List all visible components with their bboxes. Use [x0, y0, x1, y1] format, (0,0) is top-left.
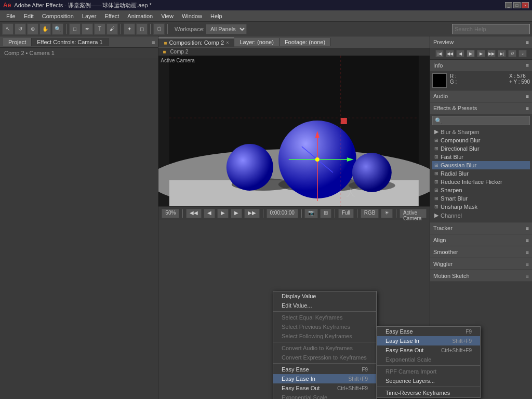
sub-sequence-layers[interactable]: Sequence Layers...: [377, 376, 480, 385]
prev-audio[interactable]: ♪: [518, 50, 527, 57]
menu-view[interactable]: View: [157, 12, 178, 20]
menu-animation[interactable]: Animation: [123, 12, 157, 20]
prev-step-fwd[interactable]: ▶: [477, 50, 485, 57]
prev-last[interactable]: ▶|: [498, 50, 506, 57]
smoother-menu[interactable]: ≡: [526, 249, 529, 255]
menu-layer[interactable]: Layer: [78, 12, 101, 20]
ctx-display-value[interactable]: Display Value: [273, 291, 376, 301]
tracker-header[interactable]: Tracker ≡: [430, 222, 532, 234]
effects-search-input[interactable]: [432, 116, 530, 125]
wiggler-header[interactable]: Wiggler ≡: [430, 258, 532, 270]
playback-end[interactable]: ▶▶: [244, 209, 260, 218]
comp-tab-layer[interactable]: Layer: (none): [234, 38, 279, 46]
effect-controls-tab[interactable]: Effect Controls: Camera 1: [32, 38, 108, 46]
audio-header[interactable]: Audio ≡: [430, 90, 532, 102]
left-panel-menu[interactable]: ≡: [152, 39, 155, 45]
menu-window[interactable]: Window: [178, 12, 206, 20]
menu-edit[interactable]: Edit: [20, 12, 38, 20]
ctx-convert-expression: Convert Expression to Keyframes: [273, 353, 376, 362]
smoother-header[interactable]: Smoother ≡: [430, 246, 532, 258]
ctx-edit-value[interactable]: Edit Value...: [273, 301, 376, 310]
prev-fwd[interactable]: ▶▶: [487, 50, 496, 57]
zoom-level[interactable]: 50%: [162, 209, 179, 218]
menu-help[interactable]: Help: [206, 12, 227, 20]
effect-reduce-flicker[interactable]: ⊞ Reduce Interlace Flicker: [432, 178, 530, 186]
effect-radial-blur[interactable]: ⊞ Radial Blur: [432, 169, 530, 178]
step-back[interactable]: ◀: [204, 209, 215, 218]
info-header[interactable]: Info ≡: [430, 60, 532, 71]
ctx-easy-ease-in[interactable]: Easy Ease In Shift+F9: [273, 374, 376, 383]
snapshot[interactable]: 📷: [304, 209, 318, 218]
tool-select[interactable]: ↖: [2, 23, 14, 35]
exposure[interactable]: ☀: [381, 209, 393, 218]
sub-easy-ease-out[interactable]: Easy Ease Out Ctrl+Shift+F9: [377, 345, 480, 355]
motion-sketch-header[interactable]: Motion Sketch ≡: [430, 270, 532, 282]
audio-menu[interactable]: ≡: [526, 93, 529, 99]
quality-select[interactable]: Full: [338, 209, 354, 218]
project-tab[interactable]: Project: [3, 38, 32, 46]
tool-zoom[interactable]: 🔍: [52, 23, 63, 35]
motion-sketch-menu[interactable]: ≡: [526, 273, 529, 279]
menu-effect[interactable]: Effect: [100, 12, 123, 20]
effects-presets-menu[interactable]: ≡: [526, 105, 529, 111]
tool-pan[interactable]: ✋: [39, 23, 51, 35]
svg-point-8: [352, 153, 392, 192]
play-button[interactable]: ▶: [217, 209, 229, 218]
prev-loop[interactable]: ↺: [508, 50, 516, 57]
effect-gaussian-blur[interactable]: ⊞ Gaussian Blur: [432, 161, 530, 169]
comp-tab-comp2[interactable]: ■ Composition: Comp 2 ×: [158, 37, 234, 47]
sub-easy-ease[interactable]: Easy Ease F9: [377, 327, 480, 336]
align-menu[interactable]: ≡: [526, 237, 529, 243]
search-input[interactable]: [452, 24, 530, 34]
step-forward[interactable]: ▶: [231, 209, 242, 218]
close-button[interactable]: ×: [522, 2, 529, 8]
preview-header[interactable]: Preview ≡: [430, 36, 532, 48]
current-time[interactable]: 0:00:00:00: [267, 209, 298, 218]
window-controls[interactable]: _ □ ×: [505, 2, 529, 8]
effects-presets-header[interactable]: Effects & Presets ≡: [430, 102, 532, 114]
workspace-select[interactable]: All Panels: [206, 24, 247, 34]
channel-category[interactable]: ▶ Channel: [432, 211, 530, 220]
effect-directional-blur[interactable]: ⊞ Directional Blur: [432, 144, 530, 153]
menu-file[interactable]: File: [2, 12, 20, 20]
ctx-easy-ease-out[interactable]: Easy Ease Out Ctrl+Shift+F9: [273, 383, 376, 393]
comp-tab-close[interactable]: ×: [226, 40, 229, 45]
grid[interactable]: ⊞: [320, 209, 331, 218]
align-header[interactable]: Align ≡: [430, 234, 532, 246]
tracker-menu[interactable]: ≡: [526, 225, 529, 231]
tool-text[interactable]: T: [94, 23, 105, 35]
svg-rect-15: [341, 118, 347, 124]
tool-camera[interactable]: ⊕: [27, 23, 38, 35]
channels[interactable]: RGB: [361, 209, 379, 218]
sub-easy-ease-in[interactable]: Easy Ease In Shift+F9: [377, 336, 480, 345]
tool-clone[interactable]: ✦: [124, 23, 135, 35]
prev-first[interactable]: |◀: [435, 50, 444, 57]
playback-controls[interactable]: ◀◀: [186, 209, 202, 218]
sub-time-reverse[interactable]: Time-Reverse Keyframes: [377, 388, 480, 397]
view-select[interactable]: Active Camera: [400, 209, 427, 218]
comp-tab-footage[interactable]: Footage: (none): [280, 38, 331, 46]
maximize-button[interactable]: □: [513, 2, 521, 8]
info-menu[interactable]: ≡: [526, 62, 529, 69]
effect-smart-blur[interactable]: ⊞ Smart Blur: [432, 194, 530, 203]
blur-sharpen-category[interactable]: ▶ Blur & Sharpen: [432, 127, 530, 136]
effect-sharpen[interactable]: ⊞ Sharpen: [432, 186, 530, 194]
minimize-button[interactable]: _: [505, 2, 512, 8]
ctrl-sep-2: [263, 209, 263, 218]
tool-puppet[interactable]: ⬡: [153, 23, 165, 35]
tool-brush[interactable]: 🖌: [107, 23, 118, 35]
tool-pen[interactable]: ✒: [82, 23, 93, 35]
effect-fast-blur[interactable]: ⊞ Fast Blur: [432, 153, 530, 161]
tool-mask[interactable]: □: [69, 23, 81, 35]
preview-menu[interactable]: ≡: [526, 39, 529, 45]
prev-step-back[interactable]: ◀: [456, 50, 464, 57]
tool-eraser[interactable]: ◻: [136, 23, 148, 35]
prev-play[interactable]: ▶: [467, 50, 475, 57]
effect-compound-blur[interactable]: ⊞ Compound Blur: [432, 136, 530, 144]
tool-rotation[interactable]: ↺: [15, 23, 26, 35]
prev-back[interactable]: ◀◀: [446, 50, 454, 57]
effect-unsharp-mask[interactable]: ⊞ Unsharp Mask: [432, 203, 530, 211]
wiggler-menu[interactable]: ≡: [526, 261, 529, 267]
ctx-easy-ease[interactable]: Easy Ease F9: [273, 365, 376, 374]
menu-composition[interactable]: Composition: [38, 12, 78, 20]
